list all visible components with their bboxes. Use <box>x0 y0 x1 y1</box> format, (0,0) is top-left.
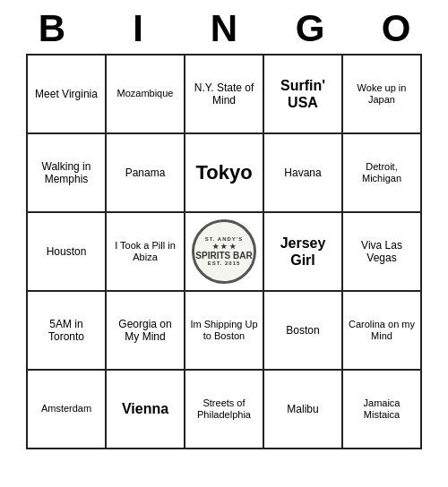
header-o: O <box>357 7 435 50</box>
header-b: B <box>13 7 91 50</box>
stamp: ST. ANDY'S ★ ★ ★ SPIRITS BAR EST. 2015 <box>192 219 256 284</box>
cell-i5[interactable]: Vienna <box>107 371 185 449</box>
header-g: G <box>271 7 349 50</box>
bingo-grid: Meet Virginia Mozambique N.Y. State of M… <box>26 54 422 449</box>
cell-g3[interactable]: Jersey Girl <box>264 213 343 292</box>
cell-o4[interactable]: Carolina on my Mind <box>343 292 422 371</box>
cell-n4[interactable]: Im Shipping Up to Boston <box>185 292 264 371</box>
cell-g5[interactable]: Malibu <box>264 371 343 449</box>
cell-b4[interactable]: 5AM in Toronto <box>28 292 107 371</box>
cell-i1[interactable]: Mozambique <box>107 56 185 134</box>
cell-b5[interactable]: Amsterdam <box>28 371 107 449</box>
cell-n2[interactable]: Tokyo <box>185 134 264 213</box>
cell-b3[interactable]: Houston <box>28 213 107 292</box>
stamp-bottom: EST. 2015 <box>208 261 241 267</box>
cell-n3-center: ST. ANDY'S ★ ★ ★ SPIRITS BAR EST. 2015 <box>185 213 264 292</box>
cell-b2[interactable]: Walking in Memphis <box>28 134 107 213</box>
stamp-name: SPIRITS BAR <box>195 251 252 261</box>
stamp-top: ST. ANDY'S <box>205 236 244 243</box>
cell-i3[interactable]: I Took a Pill in Abiza <box>107 213 185 292</box>
cell-b1[interactable]: Meet Virginia <box>28 56 107 134</box>
cell-i4[interactable]: Georgia on My Mind <box>107 292 185 371</box>
cell-g1[interactable]: Surfin' USA <box>264 56 343 134</box>
cell-o5[interactable]: Jamaica Mistaica <box>343 371 422 449</box>
cell-g2[interactable]: Havana <box>264 134 343 213</box>
cell-n5[interactable]: Streets of Philadelphia <box>185 371 264 449</box>
bingo-header: B I N G O <box>9 0 439 54</box>
cell-o1[interactable]: Woke up in Japan <box>343 56 422 134</box>
cell-o2[interactable]: Detroit, Michigan <box>343 134 422 213</box>
cell-i2[interactable]: Panama <box>107 134 185 213</box>
cell-n1[interactable]: N.Y. State of Mind <box>185 56 264 134</box>
header-n: N <box>185 7 263 50</box>
stamp-star: ★ ★ ★ <box>212 243 235 252</box>
header-i: I <box>99 7 177 50</box>
cell-g4[interactable]: Boston <box>264 292 343 371</box>
cell-o3[interactable]: Viva Las Vegas <box>343 213 422 292</box>
